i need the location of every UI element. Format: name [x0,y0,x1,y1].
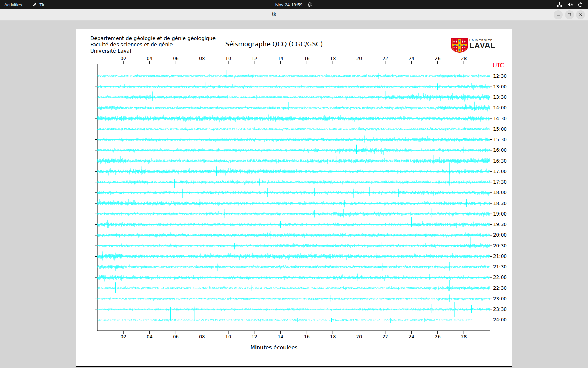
seismic-trace-row [97,198,490,207]
x-tick-label-bottom: 18 [330,334,336,339]
x-tick-label-bottom: 10 [225,334,231,339]
close-button[interactable] [576,10,585,19]
seismic-trace-row [97,187,490,198]
x-tick-label-top: 18 [330,56,336,61]
system-tray[interactable] [556,2,588,7]
seismic-trace-row [97,208,490,218]
tk-feather-icon [32,2,37,7]
seismic-trace-row [97,66,490,79]
x-tick-label-bottom: 28 [461,334,467,339]
utc-time-label: 18:30 [493,200,507,206]
maximize-button[interactable] [565,10,574,19]
network-wired-icon [556,2,562,7]
utc-time-label: 20:00 [493,232,507,238]
x-tick-label-bottom: 12 [252,334,258,339]
utc-time-label: 15:00 [493,126,507,132]
helicorder-plot: 0202040406060808101012121414161618182020… [76,29,512,366]
tk-window-content: Département de géologie et de génie géol… [0,20,588,368]
gnome-top-bar: Activities Tk Nov 24 18:59 [0,0,588,9]
utc-time-label: 13:30 [493,94,507,100]
x-tick-label-bottom: 16 [304,334,310,339]
x-tick-label-top: 20 [356,56,362,61]
utc-time-label: 17:00 [493,169,507,174]
utc-time-label: 21:00 [493,253,507,259]
utc-time-label: 22:00 [493,274,507,280]
x-tick-label-top: 04 [147,56,153,61]
seismic-trace-row [97,162,490,176]
plot-frame [97,64,490,331]
seismic-trace-row [97,82,490,90]
desktop: Activities Tk Nov 24 18:59 [0,0,588,368]
utc-time-label: 21:30 [493,264,507,270]
x-tick-label-top: 08 [199,56,205,61]
x-tick-label-top: 16 [304,56,310,61]
x-tick-label-top: 24 [408,56,414,61]
utc-time-label: 19:30 [493,222,507,227]
x-tick-label-bottom: 26 [435,334,441,339]
seismic-trace-row [97,125,490,136]
clock-button[interactable]: Nov 24 18:59 [275,2,302,7]
power-icon [578,2,583,7]
utc-time-label: 22:30 [493,285,507,291]
window-title-bar[interactable]: tk [0,9,588,21]
seismic-trace-row [97,135,490,143]
x-tick-label-bottom: 14 [278,334,284,339]
utc-time-label: 13:00 [493,84,507,89]
seismic-trace-row [97,217,490,228]
seismic-trace-row [97,273,490,284]
utc-time-label: 15:30 [493,137,507,142]
x-tick-label-top: 14 [278,56,284,61]
seismic-trace-row [97,91,490,102]
utc-time-label: 16:00 [493,147,507,153]
x-tick-label-bottom: 08 [199,334,205,339]
seismic-trace-row [97,280,490,295]
x-tick-label-top: 26 [435,56,441,61]
seismic-trace-row [97,318,472,323]
x-tick-label-top: 28 [461,56,467,61]
x-tick-label-bottom: 04 [147,334,153,339]
activities-button[interactable]: Activities [4,2,22,7]
seismic-trace-row [97,302,490,321]
seismic-trace-row [97,172,490,188]
x-tick-label-top: 06 [173,56,179,61]
seismic-trace-row [97,237,490,249]
x-tick-label-bottom: 20 [356,334,362,339]
utc-time-label: 12:30 [493,73,507,79]
seismic-trace-row [97,102,490,112]
minimize-button[interactable] [554,10,563,19]
seismic-trace-row [97,155,490,165]
utc-time-label: 14:00 [493,105,507,110]
volume-icon [567,2,573,7]
seismic-trace-row [97,262,490,271]
utc-time-label: 20:30 [493,243,507,248]
utc-time-label: 14:30 [493,116,507,121]
window-title: tk [270,11,278,17]
x-tick-label-bottom: 24 [408,334,414,339]
focused-app-name: Tk [39,2,44,7]
utc-time-label: 24:00 [493,317,507,322]
x-axis-title: Minutes écoulées [251,345,298,351]
utc-time-label: 23:30 [493,306,507,312]
x-tick-label-bottom: 02 [121,334,127,339]
x-tick-label-top: 02 [121,56,127,61]
x-tick-label-top: 22 [383,56,388,61]
utc-time-label: 18:00 [493,190,507,195]
utc-time-label: 16:30 [493,158,507,164]
seismic-trace-row [97,145,490,155]
x-tick-label-top: 12 [252,56,258,61]
notifications-disabled-icon [307,2,313,7]
utc-time-label: 23:00 [493,296,507,301]
x-tick-label-top: 10 [225,56,231,61]
seismograph-canvas: Département de géologie et de génie géol… [76,29,512,367]
utc-time-label: 19:00 [493,211,507,217]
utc-time-label: 17:30 [493,179,507,185]
focused-app-indicator[interactable]: Tk [32,2,44,7]
seismic-trace-row [97,230,490,239]
x-tick-label-bottom: 22 [383,334,388,339]
seismic-trace-row [97,251,490,260]
x-tick-label-bottom: 06 [173,334,179,339]
seismic-trace-row [97,113,490,123]
